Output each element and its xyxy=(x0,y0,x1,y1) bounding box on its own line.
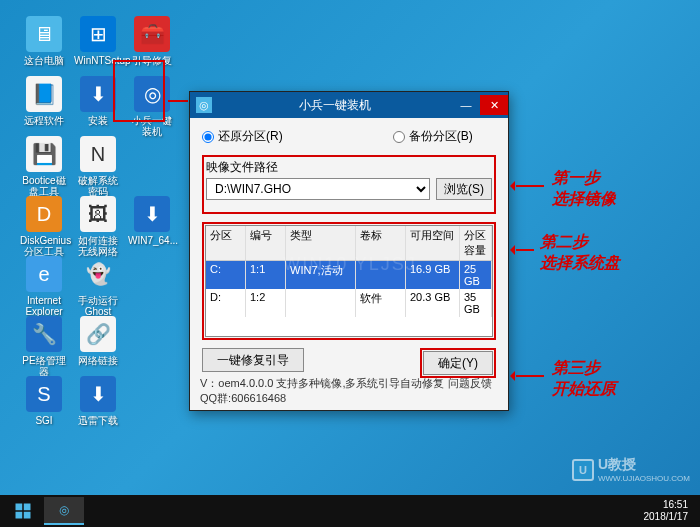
table-cell: 20.3 GB xyxy=(406,289,460,317)
desktop-icon-glyph: 🔧 xyxy=(26,316,62,352)
ok-button[interactable]: 确定(Y) xyxy=(423,351,493,375)
restore-radio[interactable]: 还原分区(R) xyxy=(202,128,283,145)
minimize-button[interactable]: — xyxy=(452,95,480,115)
desktop-icon[interactable]: 📘远程软件 xyxy=(20,76,68,126)
desktop-icon-glyph: ⬇ xyxy=(134,196,170,232)
desktop-icon-glyph: D xyxy=(26,196,62,232)
start-button[interactable] xyxy=(4,497,42,525)
desktop-icon[interactable]: SSGI xyxy=(20,376,68,426)
desktop-icon-label: 如何连接无线网络 xyxy=(74,235,122,257)
desktop-icon[interactable]: eInternet Explorer xyxy=(20,256,68,317)
desktop-icon[interactable]: 🖥这台电脑 xyxy=(20,16,68,66)
taskbar[interactable]: ◎ 16:51 2018/1/17 xyxy=(0,495,700,527)
desktop-icon-glyph: 📘 xyxy=(26,76,62,112)
desktop-icon-label: PE络管理器 xyxy=(20,355,68,377)
partition-table-section: 分区编号类型卷标可用空间分区容量 C:1:1WIN7,活动16.9 GB25 G… xyxy=(202,222,496,340)
backup-radio-input[interactable] xyxy=(393,131,405,143)
system-tray[interactable]: 16:51 2018/1/17 xyxy=(636,499,697,523)
annotation-step1: 第一步 选择镜像 xyxy=(552,168,616,210)
table-cell: 25 GB xyxy=(460,261,492,289)
tray-date: 2018/1/17 xyxy=(644,511,689,523)
desktop-icon[interactable]: 🔧PE络管理器 xyxy=(20,316,68,377)
table-cell: WIN7,活动 xyxy=(286,261,356,289)
desktop-icon-label: 破解系统密码 xyxy=(74,175,122,197)
desktop-icon[interactable]: ⬇WIN7_64... xyxy=(128,196,176,246)
table-cell: 1:1 xyxy=(246,261,286,289)
desktop-icon-glyph: e xyxy=(26,256,62,292)
desktop-icon-glyph: 💾 xyxy=(26,136,62,172)
column-header[interactable]: 编号 xyxy=(246,226,286,260)
desktop-icon-label: 迅雷下载 xyxy=(74,415,122,426)
image-path-section: 映像文件路径 D:\WIN7.GHO 浏览(S) xyxy=(202,155,496,214)
restore-radio-label: 还原分区(R) xyxy=(218,128,283,145)
brand-watermark: U U教授 WWW.UJIAOSHOU.COM xyxy=(572,456,690,483)
column-header[interactable]: 分区 xyxy=(206,226,246,260)
table-cell: 35 GB xyxy=(460,289,492,317)
desktop-icon-label: DiskGenius分区工具 xyxy=(20,235,68,257)
desktop-icon[interactable]: N破解系统密码 xyxy=(74,136,122,197)
desktop-icon[interactable]: 🖼如何连接无线网络 xyxy=(74,196,122,257)
desktop-icon-label: 手动运行Ghost xyxy=(74,295,122,317)
restore-radio-input[interactable] xyxy=(202,131,214,143)
step2-title: 第二步 xyxy=(540,232,620,253)
column-header[interactable]: 类型 xyxy=(286,226,356,260)
desktop-icon-label: Bootice磁盘工具 xyxy=(20,175,68,197)
desktop-icon[interactable]: 🔗网络链接 xyxy=(74,316,122,366)
column-header[interactable]: 可用空间 xyxy=(406,226,460,260)
desktop-icon[interactable]: 👻手动运行Ghost xyxy=(74,256,122,317)
desktop-icon[interactable]: ⊞WinNTSetup xyxy=(74,16,122,66)
desktop-icon-glyph: ⊞ xyxy=(80,16,116,52)
backup-radio[interactable]: 备份分区(B) xyxy=(393,128,473,145)
table-cell: 软件 xyxy=(356,289,406,317)
arrow-step3 xyxy=(516,375,544,377)
desktop-icon-label: SGI xyxy=(20,415,68,426)
desktop-icon-glyph: 🔗 xyxy=(80,316,116,352)
desktop-icon-label: Internet Explorer xyxy=(20,295,68,317)
desktop-icon-glyph: 🧰 xyxy=(134,16,170,52)
desktop-icon-label: WIN7_64... xyxy=(128,235,176,246)
table-row[interactable]: D:1:2软件20.3 GB35 GB xyxy=(206,289,492,317)
annotation-step2: 第二步 选择系统盘 xyxy=(540,232,620,274)
backup-radio-label: 备份分区(B) xyxy=(409,128,473,145)
table-cell: D: xyxy=(206,289,246,317)
step1-title: 第一步 xyxy=(552,168,616,189)
desktop-icon[interactable]: DDiskGenius分区工具 xyxy=(20,196,68,257)
table-cell xyxy=(356,261,406,289)
image-path-select[interactable]: D:\WIN7.GHO xyxy=(206,178,430,200)
tray-time: 16:51 xyxy=(644,499,689,511)
arrow-step2 xyxy=(516,249,534,251)
taskbar-app[interactable]: ◎ xyxy=(44,497,84,525)
table-cell: C: xyxy=(206,261,246,289)
browse-button[interactable]: 浏览(S) xyxy=(436,178,492,200)
desktop-icon-glyph: N xyxy=(80,136,116,172)
svg-rect-2 xyxy=(16,512,23,519)
table-cell: 1:2 xyxy=(246,289,286,317)
arrow-to-window xyxy=(168,100,188,102)
table-row[interactable]: C:1:1WIN7,活动16.9 GB25 GB xyxy=(206,261,492,289)
status-bar: V：oem4.0.0.0 支持多种镜像,多系统引导自动修复 问题反馈QQ群:60… xyxy=(200,376,498,406)
svg-rect-3 xyxy=(24,512,31,519)
desktop-icon[interactable]: ⬇迅雷下载 xyxy=(74,376,122,426)
partition-table[interactable]: 分区编号类型卷标可用空间分区容量 C:1:1WIN7,活动16.9 GB25 G… xyxy=(205,225,493,337)
desktop-icon-glyph: 👻 xyxy=(80,256,116,292)
desktop-icon-label: 远程软件 xyxy=(20,115,68,126)
step1-sub: 选择镜像 xyxy=(552,189,616,210)
desktop-icon-label: 这台电脑 xyxy=(20,55,68,66)
step3-sub: 开始还原 xyxy=(552,379,616,400)
annotation-step3: 第三步 开始还原 xyxy=(552,358,616,400)
table-cell xyxy=(286,289,356,317)
column-header[interactable]: 卷标 xyxy=(356,226,406,260)
column-header[interactable]: 分区容量 xyxy=(460,226,492,260)
desktop-icon-glyph: 🖼 xyxy=(80,196,116,232)
path-label: 映像文件路径 xyxy=(206,159,492,176)
titlebar[interactable]: ◎ 小兵一键装机 — ✕ xyxy=(190,92,508,118)
installer-window: ◎ 小兵一键装机 — ✕ 还原分区(R) 备份分区(B) 映像文件路径 xyxy=(189,91,509,411)
close-button[interactable]: ✕ xyxy=(480,95,508,115)
desktop-icon[interactable]: 💾Bootice磁盘工具 xyxy=(20,136,68,197)
repair-boot-button[interactable]: 一键修复引导 xyxy=(202,348,304,372)
step3-title: 第三步 xyxy=(552,358,616,379)
desktop-icon-glyph: S xyxy=(26,376,62,412)
desktop-icon[interactable]: 🧰引导修复 xyxy=(128,16,176,66)
desktop-icon-label: 网络链接 xyxy=(74,355,122,366)
svg-rect-0 xyxy=(16,504,23,511)
